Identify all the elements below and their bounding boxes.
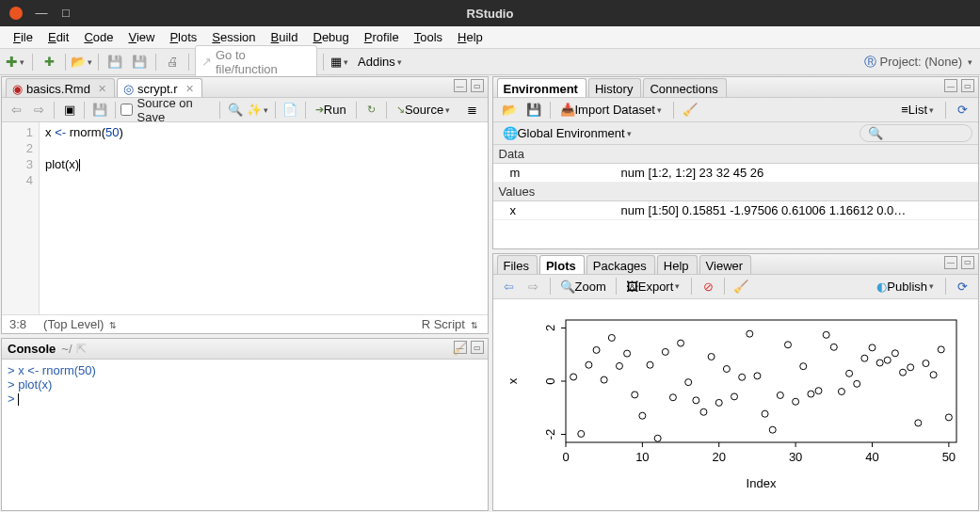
menu-debug[interactable]: Debug: [306, 28, 357, 46]
menu-file[interactable]: File: [6, 28, 40, 46]
minimize-pane-button[interactable]: —: [454, 341, 467, 354]
save-source-button[interactable]: 💾: [90, 101, 108, 120]
tab-files[interactable]: Files: [497, 255, 538, 274]
minimize-pane-button[interactable]: —: [454, 79, 467, 92]
maximize-pane-button[interactable]: ▭: [471, 341, 484, 354]
svg-point-46: [778, 392, 784, 398]
minimize-pane-button[interactable]: —: [944, 256, 957, 269]
load-workspace-button[interactable]: 📂: [499, 101, 520, 120]
svg-point-49: [800, 362, 807, 369]
lang-selector[interactable]: R Script ⇅: [422, 317, 480, 331]
menu-view[interactable]: View: [120, 28, 162, 46]
source-button[interactable]: ↘ Source ▾: [393, 101, 456, 120]
svg-point-58: [869, 344, 876, 351]
svg-text:40: 40: [866, 450, 879, 464]
popout-icon[interactable]: ⇱: [76, 342, 87, 356]
find-button[interactable]: 🔍: [226, 101, 244, 120]
outline-button[interactable]: ≣: [463, 101, 481, 120]
tab-scrypt-r[interactable]: ◎scrypt.r✕: [117, 78, 202, 97]
list-view-button[interactable]: ≡ List ▾: [897, 101, 940, 120]
svg-point-41: [739, 374, 746, 380]
close-icon[interactable]: ✕: [185, 83, 194, 95]
svg-text:0: 0: [563, 450, 570, 464]
goto-file-function[interactable]: ↗Go to file/function: [195, 45, 317, 79]
svg-text:2: 2: [543, 325, 557, 331]
console-path: ~/: [61, 342, 72, 356]
env-row[interactable]: xnum [1:50] 0.15851 -1.97506 0.61006 1.1…: [493, 201, 979, 220]
svg-point-35: [693, 397, 699, 404]
svg-text:20: 20: [713, 450, 726, 464]
compile-button[interactable]: 📄: [281, 101, 299, 120]
svg-point-67: [938, 346, 944, 353]
menubar: File Edit Code View Plots Session Build …: [0, 26, 980, 49]
close-icon[interactable]: ✕: [98, 83, 106, 95]
env-row[interactable]: mnum [1:2, 1:2] 23 32 45 26: [493, 164, 979, 183]
menu-build[interactable]: Build: [264, 28, 306, 46]
menu-session[interactable]: Session: [204, 28, 263, 46]
plot-view: 01020304050-202Indexx: [493, 299, 979, 510]
maximize-pane-button[interactable]: ▭: [471, 79, 484, 92]
refresh-button[interactable]: ⟳: [952, 101, 972, 120]
svg-point-47: [785, 342, 792, 348]
open-file-button[interactable]: 📂▾: [72, 53, 92, 72]
back-button[interactable]: ⇦: [8, 101, 25, 120]
refresh-button[interactable]: ⟳: [952, 277, 972, 296]
menu-edit[interactable]: Edit: [40, 28, 76, 46]
tab-environment[interactable]: Environment: [497, 78, 586, 97]
svg-rect-0: [566, 320, 956, 442]
remove-plot-button[interactable]: ⊘: [698, 277, 718, 296]
env-toolbar: 📂 💾 📥 Import Dataset ▾ 🧹 ≡ List ▾ ⟳: [493, 98, 979, 122]
source-on-save-checkbox[interactable]: [120, 104, 133, 116]
grid-view-button[interactable]: ▦▾: [329, 53, 350, 72]
minimize-pane-button[interactable]: —: [944, 79, 957, 92]
import-dataset-button[interactable]: 📥 Import Dataset ▾: [556, 101, 667, 120]
tab-history[interactable]: History: [588, 78, 641, 97]
svg-point-24: [609, 334, 616, 341]
svg-point-38: [715, 399, 722, 406]
plot-next-button[interactable]: ⇨: [523, 277, 544, 296]
search-input[interactable]: 🔍: [860, 124, 972, 142]
svg-point-62: [900, 369, 907, 376]
maximize-pane-button[interactable]: ▭: [961, 256, 974, 269]
save-button[interactable]: 💾: [104, 53, 125, 72]
publish-button[interactable]: ◐ Publish ▾: [873, 277, 940, 296]
menu-code[interactable]: Code: [76, 28, 120, 46]
scatter-plot: 01020304050-202Indexx: [500, 311, 971, 499]
svg-text:-2: -2: [543, 429, 557, 440]
scope-selector[interactable]: (Top Level) ⇅: [43, 317, 119, 331]
tab-viewer[interactable]: Viewer: [699, 255, 752, 274]
menu-help[interactable]: Help: [450, 28, 490, 46]
menu-tools[interactable]: Tools: [407, 28, 450, 46]
re-run-button[interactable]: ↻: [362, 101, 380, 120]
menu-profile[interactable]: Profile: [357, 28, 407, 46]
save-all-button[interactable]: 💾: [129, 53, 150, 72]
svg-point-59: [876, 360, 883, 366]
maximize-pane-button[interactable]: ▭: [961, 79, 974, 92]
tab-basics-rmd[interactable]: ◉basics.Rmd✕: [6, 78, 115, 97]
export-button[interactable]: 🖼 Export ▾: [622, 277, 686, 296]
new-project-button[interactable]: ✚: [39, 53, 59, 72]
new-file-button[interactable]: ✚▾: [6, 53, 26, 72]
run-button[interactable]: ➔Run: [312, 101, 350, 120]
project-selector[interactable]: Ⓡ Project: (None) ▾: [864, 54, 974, 71]
tab-connections[interactable]: Connections: [643, 78, 726, 97]
menu-plots[interactable]: Plots: [162, 28, 204, 46]
forward-button[interactable]: ⇨: [29, 101, 47, 120]
console-tab[interactable]: Console: [8, 342, 56, 356]
console-body[interactable]: > x <- rnorm(50)> plot(x)>: [2, 360, 488, 510]
print-button[interactable]: 🖨: [162, 53, 183, 72]
r-file-icon: ◎: [123, 82, 134, 96]
zoom-button[interactable]: 🔍 Zoom: [556, 277, 610, 296]
tab-packages[interactable]: Packages: [586, 255, 655, 274]
source-editor[interactable]: 1234 x <- rnorm(50) plot(x): [2, 122, 488, 314]
wand-button[interactable]: ✨▾: [249, 101, 269, 120]
tab-plots[interactable]: Plots: [539, 255, 585, 274]
broom-icon[interactable]: 🧹: [731, 277, 751, 296]
save-workspace-button[interactable]: 💾: [523, 101, 544, 120]
broom-icon[interactable]: 🧹: [680, 101, 700, 120]
scope-selector[interactable]: 🌐 Global Environment ▾: [499, 124, 637, 143]
popout-button[interactable]: ▣: [60, 101, 78, 120]
plot-prev-button[interactable]: ⇦: [499, 277, 520, 296]
tab-help[interactable]: Help: [657, 255, 698, 274]
addins-menu[interactable]: Addins ▾: [354, 53, 408, 72]
